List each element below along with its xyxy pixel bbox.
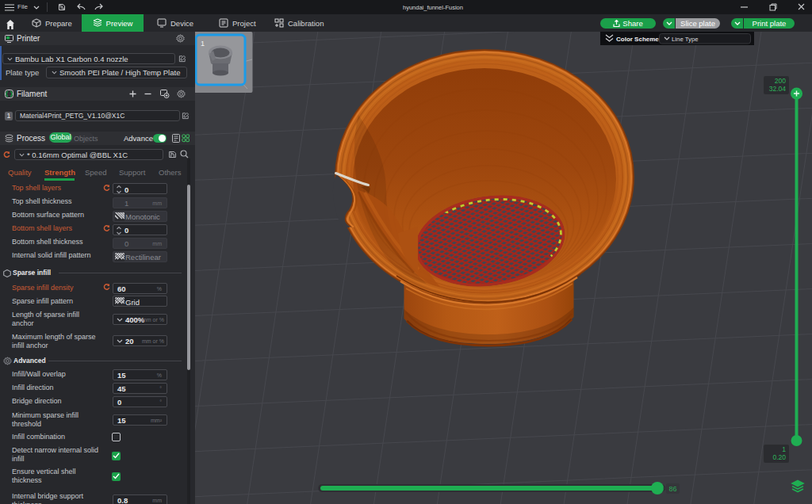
svg-text:0.20: 0.20 [772, 453, 786, 461]
svg-text:Line Type: Line Type [672, 36, 699, 43]
svg-text:Color Scheme: Color Scheme [616, 36, 659, 43]
svg-text:86: 86 [668, 485, 676, 493]
svg-text:32.04: 32.04 [769, 85, 787, 93]
svg-text:1: 1 [782, 445, 786, 453]
svg-text:200: 200 [775, 77, 786, 85]
svg-text:1: 1 [201, 40, 205, 48]
